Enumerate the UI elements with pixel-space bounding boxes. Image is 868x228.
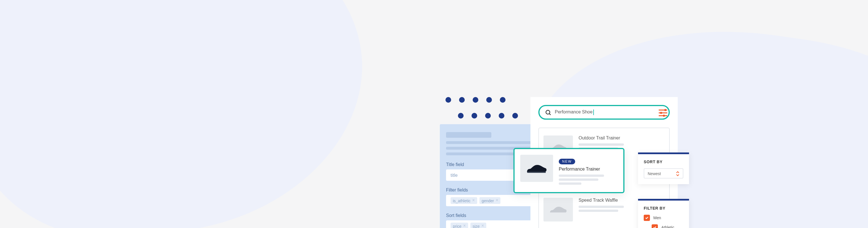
sort-select[interactable]: Newest [644, 168, 683, 178]
filter-label: Athletic [661, 225, 674, 228]
svg-point-8 [663, 115, 665, 117]
new-badge: NEW [559, 159, 575, 164]
sort-header: SORT BY [644, 160, 683, 164]
sort-tag[interactable]: price× [451, 223, 468, 228]
placeholder-bar [579, 143, 624, 146]
sort-stepper-icon [676, 171, 679, 176]
tag-remove-icon[interactable]: × [472, 198, 475, 203]
product-thumbnail [544, 198, 573, 222]
search-icon [545, 109, 551, 116]
tag-remove-icon[interactable]: × [481, 224, 484, 228]
placeholder-bar [446, 153, 514, 155]
filter-option[interactable]: Athletic [652, 224, 683, 228]
filter-option[interactable]: Men [644, 215, 683, 221]
result-title: Performance Trainer [559, 167, 618, 172]
featured-result-card[interactable]: NEW Performance Trainer [514, 148, 624, 193]
placeholder-bar [559, 183, 581, 185]
shoe-icon [549, 203, 568, 216]
filter-panel: FILTER BY Men Athletic Women Athletic [638, 199, 689, 228]
placeholder-bar [446, 132, 491, 138]
svg-point-6 [660, 112, 662, 114]
sort-tag[interactable]: size× [470, 223, 486, 228]
search-query-text: Performance Shoe [555, 109, 663, 115]
title-field-value: title [451, 172, 458, 177]
placeholder-bar [579, 206, 624, 208]
result-title: Outdoor Trail Trainer [579, 135, 665, 140]
sort-selected-value: Newest [648, 171, 661, 175]
decor-dots-top [445, 97, 505, 103]
filter-label: Men [653, 216, 661, 220]
filter-tag[interactable]: is_athletic× [451, 197, 477, 204]
placeholder-bar [579, 209, 618, 212]
decor-dots-mid [458, 113, 518, 119]
search-input[interactable]: Performance Shoe [538, 105, 670, 120]
tag-remove-icon[interactable]: × [463, 224, 466, 228]
filter-header: FILTER BY [644, 206, 683, 210]
sort-panel: SORT BY Newest [638, 153, 689, 184]
svg-point-4 [664, 109, 666, 111]
filter-sliders-icon[interactable] [657, 107, 669, 119]
placeholder-bar [559, 178, 598, 181]
tag-remove-icon[interactable]: × [496, 198, 498, 203]
filter-tag[interactable]: gender× [479, 197, 500, 204]
checkbox-checked[interactable] [652, 224, 658, 228]
shoe-icon [525, 161, 548, 176]
product-thumbnail [520, 155, 553, 182]
svg-point-2 [546, 110, 550, 114]
checkbox-checked[interactable] [644, 215, 650, 221]
placeholder-bar [559, 174, 604, 177]
